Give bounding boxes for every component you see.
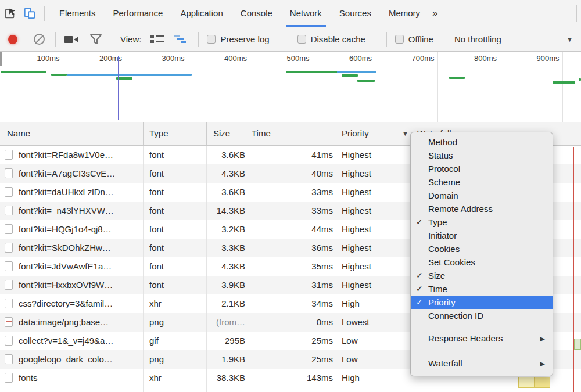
cell-type: font	[149, 146, 202, 164]
cell-time: 33ms	[249, 183, 333, 202]
document-icon	[5, 261, 13, 271]
menu-item-size[interactable]: ✓Size	[411, 269, 553, 282]
cell-priority: Highest	[342, 276, 411, 294]
document-icon	[5, 243, 13, 253]
preserve-log-checkbox[interactable]	[207, 35, 216, 44]
column-header-priority[interactable]: Priority	[342, 122, 369, 145]
tab-sources[interactable]: Sources	[331, 0, 380, 27]
cell-size: 1.9KB	[205, 350, 245, 369]
menu-item-initiator[interactable]: Initiator	[411, 229, 553, 242]
cell-priority: Lowest	[342, 313, 411, 332]
menu-item-time[interactable]: ✓Time	[411, 282, 553, 296]
cell-type: font	[149, 257, 202, 276]
tab-application[interactable]: Application	[171, 0, 231, 27]
tab-elements[interactable]: Elements	[51, 0, 105, 27]
offline-label[interactable]: Offline	[408, 34, 433, 44]
column-header-name[interactable]: Name	[7, 122, 30, 145]
cell-time: 35ms	[249, 257, 333, 276]
column-header-time[interactable]: Time	[252, 122, 271, 145]
overview-drag-handle[interactable]	[0, 52, 2, 66]
overview-tick-label: 700ms	[411, 54, 434, 63]
menu-item-method[interactable]: Method	[411, 135, 553, 149]
column-header-type[interactable]: Type	[149, 122, 168, 145]
cell-name: font?kit=JdVwAwfE1a…	[0, 257, 143, 276]
menu-item-set-cookies[interactable]: Set Cookies	[411, 256, 553, 269]
cell-priority: Highest	[342, 183, 411, 202]
network-toolbar: View: Preserve log Disable cache Offline…	[0, 27, 581, 52]
cell-priority: Low	[342, 332, 411, 350]
cell-priority: Highest	[342, 239, 411, 257]
waterfall-bar	[518, 377, 535, 388]
menu-separator	[411, 351, 553, 351]
divider	[336, 122, 336, 145]
cell-type: gif	[149, 332, 202, 350]
cell-time: 40ms	[249, 164, 333, 183]
inspect-element-icon[interactable]	[0, 3, 20, 23]
divider	[113, 32, 113, 47]
cell-time: 25ms	[249, 350, 333, 369]
cell-type: font	[149, 183, 202, 202]
waterfall-view-icon[interactable]	[174, 34, 189, 45]
menu-item-remote-address[interactable]: Remote Address	[411, 202, 553, 215]
divider	[198, 32, 199, 47]
cell-name: font?kit=daUHkxLzlDn…	[0, 183, 143, 202]
cell-name: collect?v=1&_v=j49&a…	[0, 332, 143, 350]
divider	[386, 32, 387, 47]
disable-cache-label[interactable]: Disable cache	[311, 34, 365, 44]
tab-network[interactable]: Network	[281, 0, 331, 27]
overview[interactable]: 100ms200ms300ms400ms500ms600ms700ms800ms…	[0, 52, 581, 123]
screenshot-camera-icon[interactable]	[64, 34, 79, 45]
more-tabs-chevron-icon[interactable]: »	[429, 0, 441, 27]
clear-icon[interactable]	[34, 34, 45, 45]
cell-size: 3.2KB	[205, 220, 245, 239]
cell-type: font	[149, 239, 202, 257]
tab-performance[interactable]: Performance	[105, 0, 172, 27]
tab-memory[interactable]: Memory	[380, 0, 429, 27]
submenu-arrow-icon: ▶	[540, 330, 545, 347]
column-header-size[interactable]: Size	[213, 122, 230, 145]
cell-type: font	[149, 276, 202, 294]
sort-indicator-icon[interactable]: ▼	[402, 122, 408, 145]
menu-item-connection-id[interactable]: Connection ID	[411, 309, 553, 322]
device-toolbar-icon[interactable]	[20, 3, 40, 23]
cell-type: xhr	[149, 294, 202, 313]
menu-item-waterfall[interactable]: Waterfall▶	[411, 355, 553, 372]
cell-time: 143ms	[249, 369, 333, 387]
menu-item-domain[interactable]: Domain	[411, 189, 553, 202]
document-icon	[5, 150, 13, 160]
menu-item-status[interactable]: Status	[411, 149, 553, 162]
offline-checkbox[interactable]	[395, 35, 404, 44]
divider	[249, 122, 249, 145]
checkmark-icon: ✓	[416, 296, 423, 309]
cell-size: 3.9KB	[205, 276, 245, 294]
menu-item-protocol[interactable]: Protocol	[411, 162, 553, 175]
disable-cache-checkbox[interactable]	[297, 35, 306, 44]
cell-priority: Highest	[342, 220, 411, 239]
overview-gridline	[188, 52, 188, 122]
record-button[interactable]	[8, 35, 17, 44]
cell-name: css?directory=3&famil…	[0, 294, 143, 313]
throttling-select[interactable]: No throttling	[454, 34, 501, 44]
overview-request-bar	[116, 77, 132, 80]
cell-size: 3.3KB	[205, 239, 245, 257]
overview-request-bar	[553, 81, 575, 84]
overview-event-line	[118, 56, 119, 120]
divider	[143, 146, 144, 392]
cell-priority: Highest	[342, 202, 411, 220]
filter-icon[interactable]	[89, 34, 102, 45]
preserve-log-label[interactable]: Preserve log	[220, 34, 269, 44]
overview-gridline	[375, 52, 375, 122]
throttling-dropdown-arrow-icon[interactable]: ▼	[566, 36, 573, 43]
overview-gridline	[500, 52, 500, 122]
menu-item-priority[interactable]: ✓Priority	[411, 296, 553, 309]
checkmark-icon: ✓	[416, 282, 423, 296]
google-icon	[5, 354, 13, 364]
divider	[44, 6, 45, 21]
cell-time: 0ms	[249, 313, 333, 332]
menu-item-response-headers[interactable]: Response Headers▶	[411, 330, 553, 347]
menu-item-scheme[interactable]: Scheme	[411, 175, 553, 189]
tab-console[interactable]: Console	[232, 0, 281, 27]
menu-item-cookies[interactable]: Cookies	[411, 242, 553, 256]
menu-item-type[interactable]: ✓Type	[411, 215, 553, 229]
list-view-icon[interactable]	[150, 34, 164, 45]
